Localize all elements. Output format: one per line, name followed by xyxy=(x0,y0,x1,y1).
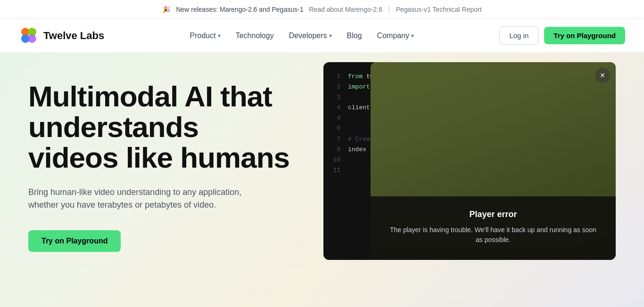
announcement-icon: 🎉 xyxy=(162,6,170,13)
navbar-logo-area: Twelve Labs xyxy=(19,25,104,46)
company-chevron-icon: ▾ xyxy=(411,32,414,39)
player-close-button[interactable]: × xyxy=(595,68,610,83)
navbar: Twelve Labs Product ▾ Technology Develop… xyxy=(0,19,644,53)
hero-section: Multimodal AI that understands videos li… xyxy=(0,53,644,307)
nav-item-technology[interactable]: Technology xyxy=(236,32,274,40)
player-error-message-box: Player error The player is having troubl… xyxy=(371,196,616,260)
player-error-container: × Player error The player is having trou… xyxy=(371,62,616,260)
player-error-message: The player is having trouble. We'll have… xyxy=(389,225,597,245)
product-chevron-icon: ▾ xyxy=(218,32,221,39)
svg-point-3 xyxy=(28,34,36,43)
player-overlay-top: × xyxy=(371,62,616,196)
hero-content: Multimodal AI that understands videos li… xyxy=(0,53,321,280)
nav-item-product[interactable]: Product ▾ xyxy=(190,32,221,40)
announcement-text: New releases: Marengo-2.6 and Pegasus-1 xyxy=(176,6,303,13)
navbar-actions: Log in Try on Playground xyxy=(499,26,625,45)
announcement-link2[interactable]: Pegasus-v1 Technical Report xyxy=(396,6,482,13)
hero-title: Multimodal AI that understands videos li… xyxy=(28,81,292,173)
nav-item-developers[interactable]: Developers ▾ xyxy=(289,32,332,40)
try-playground-button-nav[interactable]: Try on Playground xyxy=(544,27,625,44)
nav-item-company[interactable]: Company ▾ xyxy=(377,32,414,40)
navbar-nav: Product ▾ Technology Developers ▾ Blog C… xyxy=(190,32,414,40)
developers-chevron-icon: ▾ xyxy=(329,32,332,39)
nav-item-blog[interactable]: Blog xyxy=(347,32,362,40)
hero-subtitle: Bring human-like video understanding to … xyxy=(28,186,264,211)
announcement-bar: 🎉 New releases: Marengo-2.6 and Pegasus-… xyxy=(0,0,644,19)
logo-text: Twelve Labs xyxy=(43,30,104,42)
announcement-link1[interactable]: Read about Marengo-2.6 xyxy=(309,6,382,13)
announcement-separator: | xyxy=(388,4,390,14)
logo-icon xyxy=(19,25,40,46)
player-error-title: Player error xyxy=(389,210,597,219)
try-playground-button-hero[interactable]: Try on Playground xyxy=(28,230,121,252)
login-button[interactable]: Log in xyxy=(499,26,538,45)
